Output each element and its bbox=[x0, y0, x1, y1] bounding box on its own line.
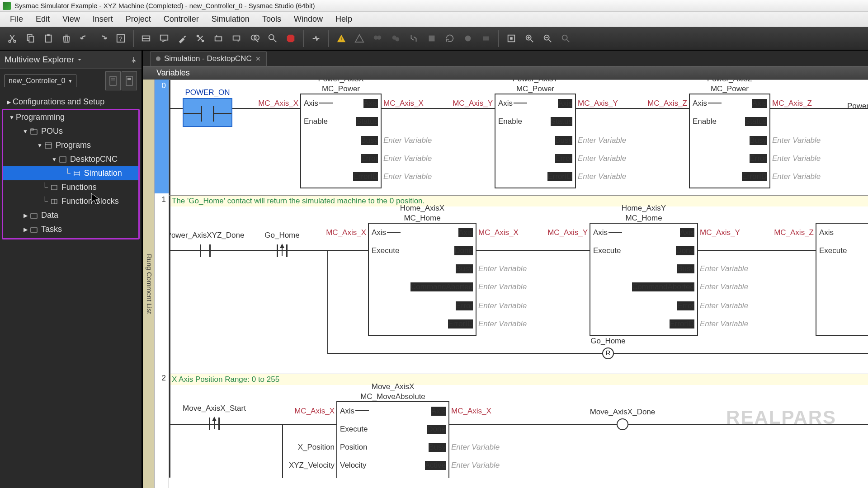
expand-icon[interactable]: ▶ bbox=[21, 226, 29, 233]
svg-rect-51 bbox=[60, 157, 66, 162]
rung-1[interactable]: The 'Go_Home' contact will return the si… bbox=[169, 195, 868, 374]
menu-controller[interactable]: Controller bbox=[157, 13, 205, 26]
menu-window[interactable]: Window bbox=[288, 13, 329, 26]
undo-button[interactable] bbox=[76, 30, 93, 47]
rung-number[interactable]: 2 bbox=[155, 372, 169, 385]
menu-help[interactable]: Help bbox=[329, 13, 359, 26]
menu-edit[interactable]: Edit bbox=[29, 13, 56, 26]
rung-icon-1[interactable] bbox=[210, 30, 227, 47]
delete-button[interactable] bbox=[58, 30, 75, 47]
warning-icon[interactable]: ! bbox=[333, 30, 350, 47]
tree-tasks[interactable]: ▶ Tasks bbox=[3, 222, 138, 236]
chevron-down-icon[interactable] bbox=[77, 57, 82, 62]
wire bbox=[382, 108, 495, 109]
help-button[interactable]: ? bbox=[112, 30, 129, 47]
svg-line-21 bbox=[274, 39, 276, 42]
contact-move-x-start[interactable]: Move_AxisX_Start bbox=[196, 414, 232, 433]
find-button[interactable] bbox=[264, 30, 281, 47]
fb-home-axisz[interactable]: Axis MC_Axis_Z Execute bbox=[816, 223, 868, 336]
build-button[interactable] bbox=[174, 30, 191, 47]
project-tree: ▶ Configurations and Setup ▼ Programming… bbox=[0, 93, 142, 488]
close-icon[interactable]: ✕ bbox=[255, 55, 261, 62]
fb-power-axisx[interactable]: Power_AxisX MC_Power Axis Axis MC_Axis_X… bbox=[300, 94, 382, 188]
sync-1-icon[interactable] bbox=[405, 30, 422, 47]
tree-data[interactable]: ▶ Data bbox=[3, 208, 138, 222]
fb-home-axisx[interactable]: Home_AxisX MC_Home Axis Axis MC_Axis_X M… bbox=[368, 223, 476, 336]
controller-select[interactable]: new_Controller_0 ▼ bbox=[5, 75, 76, 87]
stop-button[interactable] bbox=[282, 30, 299, 47]
contact-pxyz-done[interactable]: Power_AxisXYZ_Done bbox=[187, 241, 223, 260]
tab-simulation[interactable]: Simulation - DesktopCNC ✕ bbox=[150, 51, 267, 66]
copy-button[interactable] bbox=[22, 30, 39, 47]
rung-0[interactable]: POWER_ON Power_AxisX MC_Power Axis Axis … bbox=[169, 80, 868, 195]
folder-icon bbox=[29, 225, 38, 234]
pin-icon[interactable] bbox=[131, 56, 137, 63]
search-button[interactable] bbox=[246, 30, 263, 47]
menu-file[interactable]: File bbox=[4, 13, 29, 26]
collapse-icon[interactable]: ▼ bbox=[36, 142, 44, 149]
fb-home-axisy[interactable]: Home_AxisY MC_Home Axis Axis MC_Axis_Y M… bbox=[590, 223, 698, 336]
rung-icon-2[interactable] bbox=[228, 30, 245, 47]
explorer-title: Multiview Explorer bbox=[5, 55, 74, 65]
rung-comment[interactable]: X Axis Position Range: 0 to 255 bbox=[169, 374, 868, 385]
contact-power-on[interactable]: POWER_ON bbox=[183, 98, 232, 127]
sync-2-icon[interactable] bbox=[423, 30, 440, 47]
zoom-fit-button[interactable] bbox=[503, 30, 520, 47]
fb-power-axisz[interactable]: Power_AxisZ MC_Power Axis Axis MC_Axis_Z… bbox=[689, 94, 770, 188]
tree-functions[interactable]: └ Functions bbox=[3, 180, 138, 194]
zoom-out-button[interactable] bbox=[539, 30, 556, 47]
app-icon bbox=[3, 2, 11, 10]
fb-move-axisx[interactable]: Move_AxisX MC_MoveAbsolute Axis Axis MC_… bbox=[336, 401, 449, 478]
tools-icon[interactable] bbox=[192, 30, 209, 47]
contact-go-home[interactable]: Go_Home bbox=[264, 241, 300, 260]
online-button[interactable] bbox=[307, 30, 325, 47]
tree-desktopcnc[interactable]: ▼ DesktopCNC bbox=[3, 152, 138, 166]
coil-go-home-reset[interactable]: Go_Home R bbox=[602, 347, 614, 359]
tree-simulation[interactable]: └ Simulation bbox=[3, 166, 138, 180]
warning-2-icon[interactable] bbox=[351, 30, 368, 47]
rung-number[interactable]: 0 bbox=[155, 80, 169, 193]
tree-function-blocks[interactable]: └ Function Blocks bbox=[3, 194, 138, 208]
wire bbox=[327, 250, 328, 354]
cut-button[interactable] bbox=[4, 30, 21, 47]
redo-button[interactable] bbox=[94, 30, 111, 47]
wire bbox=[327, 353, 608, 354]
refresh-icon[interactable] bbox=[441, 30, 458, 47]
zoom-100-button[interactable] bbox=[557, 30, 574, 47]
coil-move-x-done[interactable]: Move_AxisX_Done bbox=[617, 418, 628, 430]
expand-icon[interactable]: ▶ bbox=[5, 99, 13, 105]
view-icon-1[interactable] bbox=[137, 30, 155, 47]
tree-config-setup[interactable]: ▶ Configurations and Setup bbox=[0, 95, 142, 109]
svg-rect-30 bbox=[483, 36, 489, 40]
collapse-icon[interactable]: ▼ bbox=[8, 114, 16, 121]
paste-button[interactable] bbox=[40, 30, 57, 47]
rung-comment-list[interactable]: Rung Comment List bbox=[143, 80, 155, 488]
menu-project[interactable]: Project bbox=[119, 13, 157, 26]
svg-rect-46 bbox=[127, 78, 131, 80]
controller-view-1-icon[interactable] bbox=[105, 71, 121, 90]
menu-view[interactable]: View bbox=[56, 13, 86, 26]
view-icon-2[interactable] bbox=[156, 30, 173, 47]
collapse-icon[interactable]: ▼ bbox=[50, 156, 58, 163]
controller-view-2-icon[interactable] bbox=[122, 71, 137, 90]
svg-point-11 bbox=[197, 35, 199, 38]
menu-tools[interactable]: Tools bbox=[256, 13, 288, 26]
collapse-icon[interactable]: ▼ bbox=[21, 128, 29, 135]
zoom-in-button[interactable] bbox=[521, 30, 538, 47]
variables-header[interactable]: Variables bbox=[143, 66, 868, 80]
programming-highlight-group: ▼ Programming ▼ POUs ▼ Programs ▼ Deskto… bbox=[2, 109, 140, 239]
rung-number[interactable]: 1 bbox=[155, 193, 169, 372]
svg-point-40 bbox=[562, 35, 567, 40]
svg-rect-45 bbox=[126, 76, 132, 85]
rung-comment[interactable]: The 'Go_Home' contact will return the si… bbox=[169, 196, 868, 206]
tree-pous[interactable]: ▼ POUs bbox=[3, 124, 138, 138]
menu-insert[interactable]: Insert bbox=[86, 13, 119, 26]
tree-programming[interactable]: ▼ Programming bbox=[3, 110, 138, 124]
svg-point-1 bbox=[14, 40, 16, 42]
tree-programs[interactable]: ▼ Programs bbox=[3, 138, 138, 152]
svg-line-41 bbox=[567, 40, 570, 42]
expand-icon[interactable]: ▶ bbox=[21, 212, 29, 219]
menu-simulation[interactable]: Simulation bbox=[205, 13, 256, 26]
record-icon[interactable] bbox=[459, 30, 476, 47]
fb-power-axisy[interactable]: Power_AxisY MC_Power Axis Axis MC_Axis_Y… bbox=[495, 94, 576, 188]
